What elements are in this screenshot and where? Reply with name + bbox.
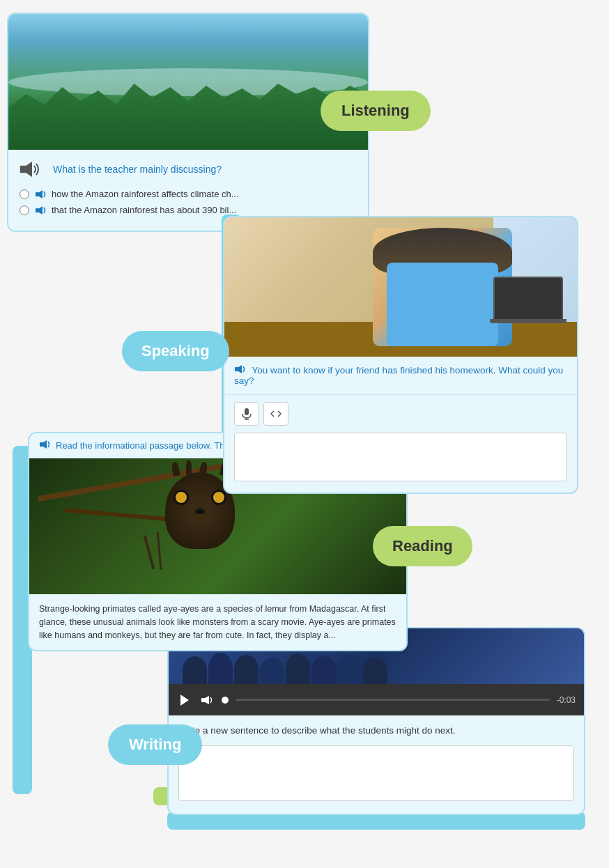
video-controls-bar: -0:03 xyxy=(169,684,584,715)
svg-rect-2 xyxy=(36,192,39,196)
progress-line[interactable] xyxy=(236,699,550,701)
speaking-card: You want to know if your friend has fini… xyxy=(223,216,578,494)
progress-dot[interactable] xyxy=(222,697,229,704)
svg-marker-3 xyxy=(39,190,43,199)
option-2-text: that the Amazon rainforest has about 390… xyxy=(52,205,236,215)
svg-rect-8 xyxy=(245,408,249,415)
speaking-prompt-text: You want to know if your friend has fini… xyxy=(234,365,563,386)
speaker-icon[interactable] xyxy=(20,160,46,179)
speaking-prompt: You want to know if your friend has fini… xyxy=(224,357,577,395)
code-button[interactable] xyxy=(263,402,288,426)
reading-label: Reading xyxy=(373,526,472,566)
question-row: What is the teacher mainly discussing? xyxy=(20,160,357,179)
student-image xyxy=(224,217,577,357)
speaking-textarea[interactable] xyxy=(234,433,567,481)
writing-prompt: Write a new sentence to describe what th… xyxy=(169,715,584,745)
writing-label: Writing xyxy=(108,724,202,765)
reading-text: Strange-looking primates called aye-ayes… xyxy=(29,594,406,650)
svg-marker-1 xyxy=(26,162,32,177)
speaking-input-row xyxy=(224,395,577,433)
forest-image xyxy=(8,14,368,150)
listening-label: Listening xyxy=(321,91,431,131)
svg-rect-4 xyxy=(36,208,39,212)
reading-audio-icon xyxy=(39,440,50,451)
svg-marker-5 xyxy=(39,206,43,215)
svg-marker-13 xyxy=(180,695,189,706)
radio-option-2[interactable] xyxy=(20,206,29,215)
option-audio-icon-1 xyxy=(35,190,46,199)
microphone-button[interactable] xyxy=(234,402,259,426)
listening-card: What is the teacher mainly discussing? h… xyxy=(7,13,369,232)
svg-rect-0 xyxy=(20,166,26,173)
writing-card: -0:03 Write a new sentence to describe w… xyxy=(167,627,585,815)
play-button[interactable] xyxy=(177,692,192,708)
svg-marker-15 xyxy=(205,696,209,704)
volume-button[interactable] xyxy=(199,692,215,708)
svg-rect-11 xyxy=(40,442,43,447)
option-1[interactable]: how the Amazon rainforest affects climat… xyxy=(20,189,357,199)
listening-question: What is the teacher mainly discussing? xyxy=(53,164,222,175)
svg-marker-12 xyxy=(43,440,47,449)
speaking-label: Speaking xyxy=(122,331,229,371)
option-2[interactable]: that the Amazon rainforest has about 390… xyxy=(20,205,357,215)
option-audio-icon-2 xyxy=(35,206,46,215)
option-1-text: how the Amazon rainforest affects climat… xyxy=(52,189,239,199)
time-label: -0:03 xyxy=(557,695,576,705)
radio-option-1[interactable] xyxy=(20,189,29,199)
writing-textarea[interactable] xyxy=(178,745,574,801)
svg-rect-6 xyxy=(235,367,238,371)
svg-marker-7 xyxy=(238,365,242,373)
speaking-audio-icon xyxy=(234,365,245,375)
svg-rect-14 xyxy=(201,698,205,702)
